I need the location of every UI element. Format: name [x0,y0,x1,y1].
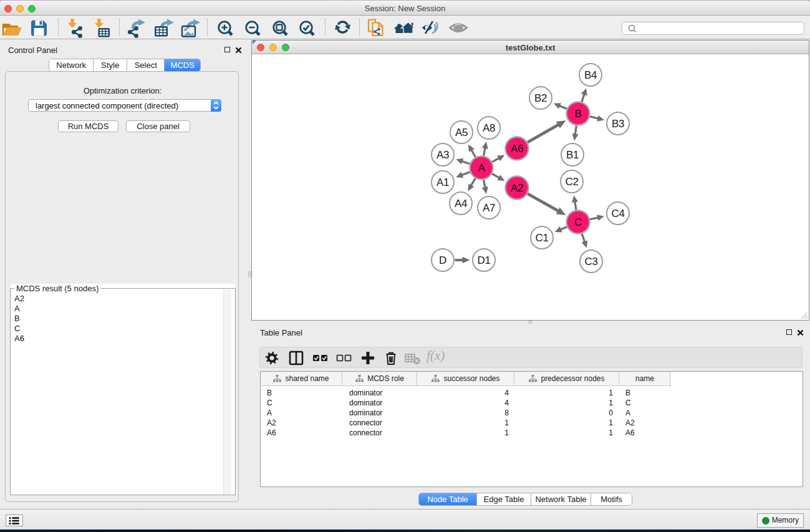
svg-text:C4: C4 [611,208,624,220]
svg-text:B4: B4 [584,69,597,81]
svg-text:B1: B1 [566,149,579,161]
svg-text:C3: C3 [584,256,597,268]
svg-text:A3: A3 [436,149,449,161]
svg-text:B2: B2 [534,92,547,104]
svg-text:A6: A6 [511,143,523,155]
svg-text:A7: A7 [483,202,495,214]
svg-text:A1: A1 [436,177,449,188]
svg-text:A5: A5 [455,127,468,138]
svg-text:A8: A8 [483,122,495,134]
svg-text:C1: C1 [535,232,548,244]
svg-text:C: C [574,216,582,228]
svg-text:D: D [439,254,446,266]
svg-text:A4: A4 [455,198,467,210]
svg-text:B: B [574,108,581,120]
svg-text:A: A [478,162,485,174]
svg-text:D1: D1 [477,254,490,266]
svg-text:A2: A2 [511,182,523,194]
svg-text:B3: B3 [612,118,624,130]
svg-text:C2: C2 [565,176,578,188]
